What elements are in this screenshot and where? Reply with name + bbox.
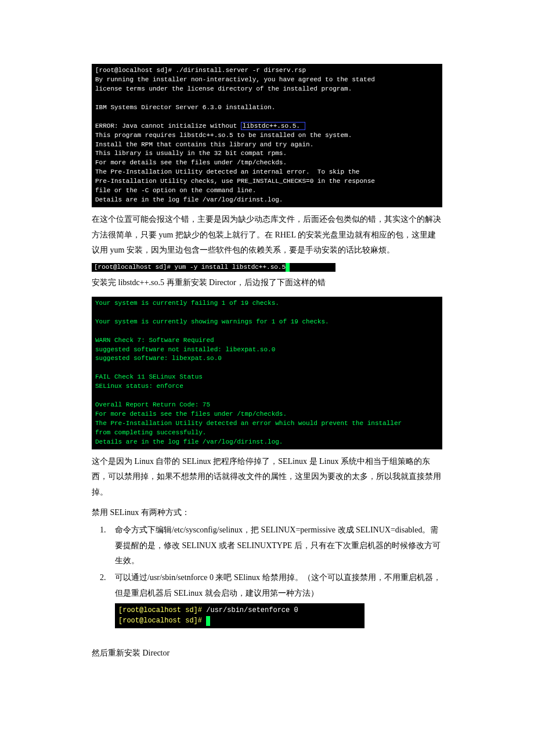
- paragraph-4: 禁用 SELinux 有两种方式：: [92, 505, 442, 521]
- term4-prompt1: [root@localhost sd]#: [118, 606, 202, 614]
- term4-cmd1: /usr/sbin/setenforce 0: [202, 606, 298, 614]
- term3-l1: Your system is currently failing 1 of 19…: [95, 300, 279, 307]
- paragraph-1: 在这个位置可能会报这个错，主要是因为缺少动态库文件，后面还会包类似的错，其实这个…: [92, 212, 442, 258]
- term1-line13: Pre-Installation Utility checks, use PRE…: [95, 178, 375, 185]
- document-page: [root@localhost sd]# ./dirinstall.server…: [0, 0, 534, 689]
- terminal-block-3: Your system is currently failing 1 of 19…: [92, 297, 442, 449]
- term2-cmd: [root@localhost sd]# yum -y install libs…: [94, 264, 286, 271]
- paragraph-3: 这个是因为 Linux 自带的 SELinux 把程序给停掉了，SELinux …: [92, 454, 442, 501]
- term3-l11: from completing successfully.: [95, 429, 206, 436]
- term1-line1: [root@localhost sd]# ./dirinstall.server…: [95, 67, 306, 74]
- term1-line15: Details are in the log file /var/log/dir…: [95, 196, 283, 203]
- list-item: 1. 命令方式下编辑/etc/sysconfig/selinux，把 SELIN…: [100, 523, 442, 569]
- term1-line11: For more details see the files under /tm…: [95, 159, 287, 166]
- term3-l5: suggested software: libexpat.so.0: [95, 355, 222, 362]
- cursor-icon: [206, 616, 210, 626]
- term1-line10: This library is usually in the 32 bit co…: [95, 150, 287, 157]
- term1-line5: IBM Systems Director Server 6.3.0 instal…: [95, 104, 275, 111]
- term3-l9: For more details see the files under /tm…: [95, 411, 287, 417]
- term3-l7: SELinux status: enforce: [95, 383, 183, 390]
- list-text: 可以通过/usr/sbin/setnforce 0 来吧 SElinux 给禁用…: [115, 573, 441, 597]
- term3-l3: WARN Check 7: Software Required: [95, 337, 214, 344]
- term3-l2: Your system is currently showing warning…: [95, 318, 329, 325]
- term3-l8: Overall Report Return Code: 75: [95, 401, 210, 408]
- terminal-block-2: [root@localhost sd]# yum -y install libs…: [92, 263, 335, 272]
- term1-line8: This program requires libstdc++.so.5 to …: [95, 132, 352, 139]
- term1-highlight-box: libstdc++.so.5.: [241, 122, 306, 130]
- cursor-icon: [286, 263, 290, 272]
- list-number: 2.: [100, 570, 115, 628]
- term3-l10: The Pre-Installation Utility detected an…: [95, 420, 402, 427]
- ordered-list: 1. 命令方式下编辑/etc/sysconfig/selinux，把 SELIN…: [100, 523, 442, 628]
- term1-line2: By running the installer non-interactive…: [95, 76, 375, 83]
- list-item: 2. 可以通过/usr/sbin/setnforce 0 来吧 SElinux …: [100, 570, 442, 628]
- list-number: 1.: [100, 523, 115, 569]
- term1-line7a: ERROR: Java cannot initialize without: [95, 123, 241, 129]
- term1-line14: file or the -C option on the command lin…: [95, 187, 256, 194]
- terminal-block-4: [root@localhost sd]# /usr/sbin/setenforc…: [115, 603, 365, 628]
- paragraph-5: 然后重新安装 Director: [92, 646, 442, 661]
- term1-line9: Install the RPM that contains this libra…: [95, 141, 313, 148]
- list-text-wrap: 可以通过/usr/sbin/setnforce 0 来吧 SElinux 给禁用…: [115, 570, 442, 628]
- term3-l4: suggested software not installed: libexp…: [95, 346, 275, 353]
- list-text: 命令方式下编辑/etc/sysconfig/selinux，把 SELINUX=…: [115, 523, 442, 569]
- term4-prompt2: [root@localhost sd]#: [118, 617, 206, 625]
- term3-l6: FAIL Check 11 SELinux Status: [95, 373, 203, 380]
- term1-line12: The Pre-Installation Utility detected an…: [95, 168, 359, 175]
- term3-l12: Details are in the log file /var/log/dir…: [95, 438, 283, 445]
- term1-line3: license terms under the license director…: [95, 85, 352, 92]
- paragraph-2: 安装完 libstdc++.so.5 再重新安装 Director，后边报了下面…: [92, 275, 442, 291]
- terminal-block-1: [root@localhost sd]# ./dirinstall.server…: [92, 64, 442, 207]
